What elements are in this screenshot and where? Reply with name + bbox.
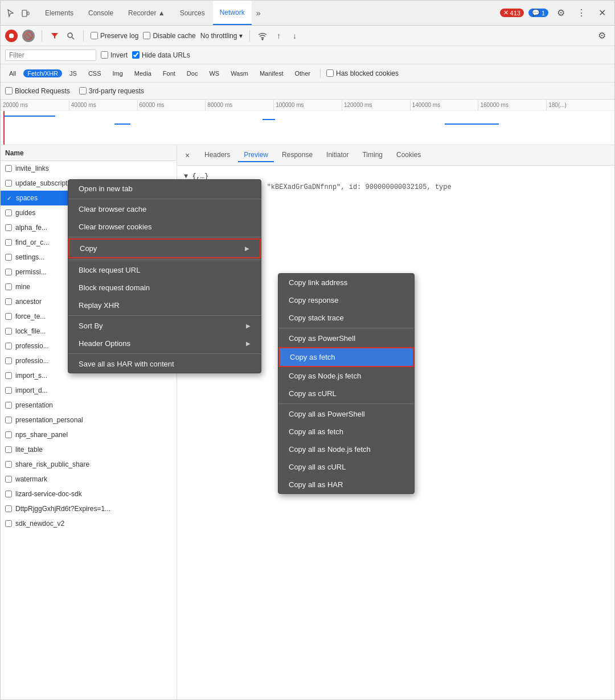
throttle-select[interactable]: No throttling ▾ — [200, 32, 243, 40]
sub-copy-all-fetch[interactable]: Copy all as fetch — [278, 423, 414, 440]
ctx-sep-3 — [68, 260, 261, 260]
filter-icon[interactable] — [49, 30, 60, 42]
invert-check[interactable]: Invert — [101, 51, 128, 59]
ctx-header-options[interactable]: Header Options — [68, 335, 261, 352]
type-btn-ws[interactable]: WS — [205, 69, 223, 77]
sub-copy-powershell[interactable]: Copy as PowerShell — [278, 330, 414, 347]
request-item-sdk-newdoc[interactable]: sdk_newdoc_v2 — [1, 516, 177, 531]
sub-copy-link[interactable]: Copy link address — [278, 274, 414, 291]
search-icon[interactable] — [65, 30, 76, 42]
context-menu[interactable]: Open in new tab Clear browser cache Clea… — [68, 179, 261, 373]
ctx-sep-4 — [68, 315, 261, 316]
record-button[interactable]: ⏺ — [5, 30, 18, 42]
type-btn-other[interactable]: Other — [290, 69, 314, 77]
type-btn-wasm[interactable]: Wasm — [227, 69, 252, 77]
tab-response[interactable]: Response — [276, 149, 318, 162]
detail-tabs: × Headers Preview Response Initiator Tim… — [177, 145, 614, 166]
tab-cookies[interactable]: Cookies — [391, 149, 427, 162]
ctx-clear-cache[interactable]: Clear browser cache — [68, 200, 261, 218]
ctx-save-har[interactable]: Save all as HAR with content — [68, 355, 261, 373]
svg-rect-0 — [22, 10, 27, 17]
blocked-requests-check[interactable]: Blocked Requests — [5, 87, 70, 95]
type-btn-manifest[interactable]: Manifest — [256, 69, 288, 77]
type-btn-js[interactable]: JS — [65, 69, 81, 77]
error-badge[interactable]: ✕ 413 — [500, 9, 524, 17]
toolbar-separator-2 — [83, 30, 84, 42]
type-btn-fetch-xhr[interactable]: Fetch/XHR — [23, 69, 62, 77]
ctx-sort-by[interactable]: Sort By — [68, 317, 261, 335]
tick-2: 40000 ms — [69, 100, 137, 110]
sub-copy-all-curl[interactable]: Copy all as cURL — [278, 458, 414, 476]
timeline-bar-2 — [114, 123, 130, 125]
tab-more[interactable]: » — [253, 6, 264, 20]
type-bar: All Fetch/XHR JS CSS Img Media Font Doc … — [1, 64, 614, 83]
type-btn-css[interactable]: CSS — [84, 69, 105, 77]
upload-icon[interactable]: ↑ — [273, 30, 284, 42]
tab-recorder[interactable]: Recorder ▲ — [121, 1, 172, 25]
type-btn-doc[interactable]: Doc — [183, 69, 202, 77]
request-item-presentation-personal[interactable]: presentation_personal — [1, 413, 177, 427]
network-settings-icon[interactable]: ⚙ — [594, 28, 610, 44]
tick-3: 60000 ms — [137, 100, 206, 110]
sub-copy-all-powershell[interactable]: Copy all as PowerShell — [278, 405, 414, 423]
type-btn-font[interactable]: Font — [159, 69, 179, 77]
request-item-presentation[interactable]: presentation — [1, 398, 177, 413]
device-icon[interactable] — [20, 7, 31, 19]
tab-preview[interactable]: Preview — [238, 149, 274, 162]
ctx-block-url[interactable]: Block request URL — [68, 261, 261, 279]
timeline-chart — [1, 111, 614, 145]
tab-headers[interactable]: Headers — [199, 149, 236, 162]
has-blocked-cookies-check[interactable]: Has blocked cookies — [326, 69, 399, 77]
more-options-icon[interactable]: ⋮ — [573, 5, 589, 21]
disable-cache-check[interactable]: Disable cache — [143, 32, 195, 40]
sub-copy-response[interactable]: Copy response — [278, 291, 414, 309]
tab-elements[interactable]: Elements — [38, 1, 80, 25]
ctx-copy[interactable]: Copy — [68, 238, 261, 258]
svg-rect-1 — [27, 12, 29, 15]
sub-copy-all-har[interactable]: Copy all as HAR — [278, 476, 414, 493]
tab-timing[interactable]: Timing — [356, 149, 388, 162]
timeline-area[interactable]: 20000 ms 40000 ms 60000 ms 80000 ms 1000… — [1, 100, 614, 145]
request-item-invite-links[interactable]: invite_links — [1, 161, 177, 176]
preserve-log-check[interactable]: Preserve log — [91, 32, 138, 40]
ctx-block-domain[interactable]: Block request domain — [68, 279, 261, 297]
tab-sources[interactable]: Sources — [173, 1, 212, 25]
request-item-share-risk[interactable]: share_risk_public_share — [1, 457, 177, 472]
tab-initiator[interactable]: Initiator — [321, 149, 354, 162]
detail-close-button[interactable]: × — [182, 150, 193, 161]
sub-copy-curl[interactable]: Copy as cURL — [278, 385, 414, 402]
request-item-lite-table[interactable]: lite_table — [1, 442, 177, 457]
spaces-checkbox[interactable] — [5, 195, 13, 202]
copy-submenu[interactable]: Copy link address Copy response Copy sta… — [278, 273, 415, 494]
sub-copy-fetch[interactable]: Copy as fetch — [278, 347, 414, 367]
cursor-icon[interactable] — [5, 7, 17, 19]
sub-sep-2 — [278, 403, 414, 404]
hide-data-urls-check[interactable]: Hide data URLs — [132, 51, 190, 59]
close-icon[interactable]: ✕ — [594, 5, 610, 21]
type-btn-img[interactable]: Img — [109, 69, 127, 77]
wifi-icon[interactable] — [257, 30, 268, 42]
sub-copy-nodejs-fetch[interactable]: Copy as Node.js fetch — [278, 367, 414, 385]
tab-console[interactable]: Console — [81, 1, 120, 25]
timeline-bar-4 — [445, 123, 499, 125]
request-item-lizard[interactable]: lizard-service-doc-sdk — [1, 487, 177, 501]
stop-button[interactable]: 🚫 — [22, 30, 35, 42]
request-item-import-d[interactable]: import_d... — [1, 383, 177, 398]
type-btn-all[interactable]: All — [5, 69, 20, 77]
ctx-replay-xhr[interactable]: Replay XHR — [68, 297, 261, 314]
type-btn-media[interactable]: Media — [130, 69, 155, 77]
settings-icon[interactable]: ⚙ — [553, 5, 569, 21]
ctx-open-new-tab[interactable]: Open in new tab — [68, 180, 261, 197]
message-badge[interactable]: 💬 1 — [528, 9, 548, 17]
request-item-watermark[interactable]: watermark — [1, 472, 177, 487]
sub-copy-stack-trace[interactable]: Copy stack trace — [278, 309, 414, 327]
tab-network[interactable]: Network — [213, 1, 252, 25]
download-icon[interactable]: ↓ — [289, 30, 300, 42]
sub-copy-all-nodejs-fetch[interactable]: Copy all as Node.js fetch — [278, 440, 414, 458]
request-item-dttp[interactable]: DttpRjggGxhjRd6t?Expires=1... — [1, 501, 177, 516]
third-party-check[interactable]: 3rd-party requests — [79, 87, 144, 95]
ctx-clear-cookies[interactable]: Clear browser cookies — [68, 218, 261, 236]
tick-5: 100000 ms — [273, 100, 342, 110]
request-item-nps-share-panel[interactable]: nps_share_panel — [1, 427, 177, 442]
filter-input[interactable] — [5, 50, 96, 61]
